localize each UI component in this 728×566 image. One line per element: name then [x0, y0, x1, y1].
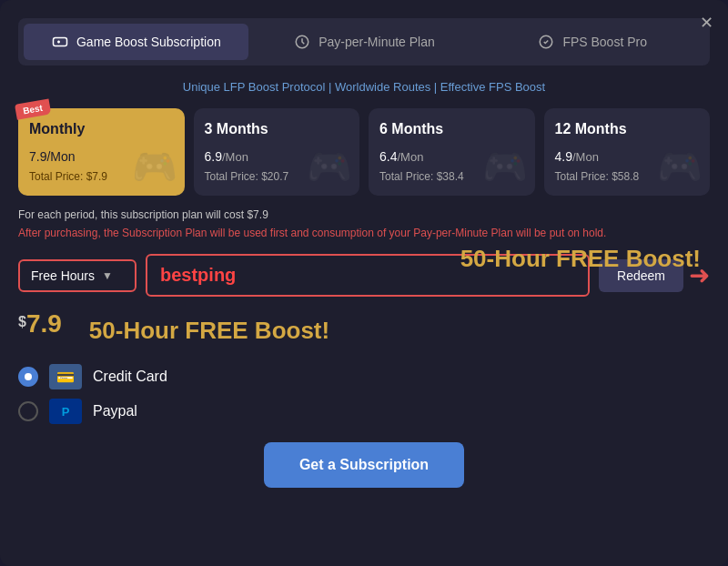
coupon-selector[interactable]: Free Hours ▼ — [18, 259, 136, 292]
redeem-button[interactable]: Redeem — [599, 259, 683, 292]
chevron-down-icon: ▼ — [102, 269, 113, 282]
price-card-12months[interactable]: 12 Months 4.9/Mon Total Price: $58.8 🎮 — [544, 108, 711, 196]
arrow-icon: ➜ — [689, 260, 710, 290]
subtitle: Unique LFP Boost Protocol | Worldwide Ro… — [18, 80, 710, 94]
warning-info: After purchasing, the Subscription Plan … — [18, 225, 710, 241]
promo-inline: 50-Hour FREE Boost! — [89, 317, 329, 345]
period-3months: 3 Months — [205, 121, 349, 137]
radio-creditcard — [18, 367, 38, 387]
coupon-selector-label: Free Hours — [31, 268, 95, 283]
watermark-12months: 🎮 — [657, 146, 703, 188]
price-card-3months[interactable]: 3 Months 6.9/Mon Total Price: $20.7 🎮 — [194, 108, 360, 196]
payment-option-paypal[interactable]: P Paypal — [18, 399, 710, 424]
tab-pay-per-minute[interactable]: Pay-per-Minute Plan — [252, 24, 477, 60]
watermark-3months: 🎮 — [307, 146, 352, 188]
radio-paypal — [18, 401, 38, 421]
best-badge: Best — [15, 98, 51, 119]
watermark-6months: 🎮 — [482, 146, 528, 188]
payment-methods: 💳 Credit Card P Paypal — [18, 364, 710, 424]
coupon-input-wrap — [146, 254, 590, 297]
price-amount: 7.9 — [26, 309, 62, 338]
check-circle-icon — [537, 33, 555, 51]
period-monthly: Monthly — [29, 121, 174, 137]
price-dollar: $ — [18, 314, 26, 330]
subscribe-button[interactable]: Get a Subscription — [264, 442, 464, 488]
gamepad-icon — [51, 33, 69, 51]
close-button[interactable]: ✕ — [700, 13, 713, 33]
watermark-monthly: 🎮 — [132, 146, 177, 188]
price-card-monthly[interactable]: Best Monthly 7.9/Mon Total Price: $7.9 🎮 — [18, 108, 185, 196]
period-12months: 12 Months — [555, 121, 700, 137]
tab-pay-per-minute-label: Pay-per-Minute Plan — [318, 35, 435, 49]
payment-option-creditcard[interactable]: 💳 Credit Card — [18, 364, 710, 389]
coupon-input[interactable] — [146, 254, 590, 297]
pricing-cards: Best Monthly 7.9/Mon Total Price: $7.9 🎮… — [18, 108, 710, 196]
tab-bar: Game Boost Subscription Pay-per-Minute P… — [18, 18, 710, 66]
paypal-icon: P — [49, 399, 82, 424]
period-6months: 6 Months — [379, 121, 524, 137]
creditcard-label: Credit Card — [93, 369, 167, 385]
paypal-label: Paypal — [93, 403, 137, 419]
price-card-6months[interactable]: 6 Months 6.4/Mon Total Price: $38.4 🎮 — [369, 108, 535, 196]
tab-fps-boost-label: FPS Boost Pro — [562, 35, 647, 49]
creditcard-icon: 💳 — [49, 364, 82, 389]
cost-info: For each period, this subscription plan … — [18, 208, 710, 221]
price-display: $7.9 — [18, 309, 62, 339]
tab-fps-boost[interactable]: FPS Boost Pro — [480, 24, 704, 60]
subscription-modal: ✕ Game Boost Subscription Pay-per-Minute… — [0, 0, 728, 566]
clock-icon — [293, 33, 311, 51]
coupon-row: Free Hours ▼ Redeem ➜ — [18, 254, 710, 297]
tab-game-boost[interactable]: Game Boost Subscription — [24, 24, 248, 60]
tab-game-boost-label: Game Boost Subscription — [76, 35, 221, 49]
